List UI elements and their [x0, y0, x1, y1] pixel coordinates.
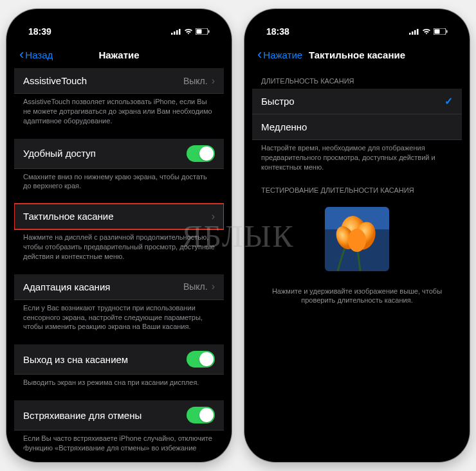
svg-rect-5 — [197, 30, 202, 34]
screen-right: 18:38 ‹ Нажатие Тактильное касание Д — [252, 17, 462, 454]
back-label: Назад — [25, 49, 53, 60]
cell-label: Встряхивание для отмены — [23, 410, 142, 421]
cell-shake-to-undo[interactable]: Встряхивание для отмены — [14, 400, 224, 431]
signal-icon — [171, 28, 181, 35]
back-label: Нажатие — [263, 49, 302, 60]
svg-rect-3 — [179, 29, 181, 35]
page-title: Тактильное касание — [309, 49, 405, 60]
battery-icon — [196, 28, 210, 35]
toggle-shake-to-undo[interactable] — [187, 407, 215, 423]
svg-rect-0 — [171, 33, 173, 35]
cell-label: Медленно — [261, 121, 307, 132]
back-button[interactable]: ‹ Нажатие — [257, 48, 302, 62]
toggle-reachability[interactable] — [187, 145, 215, 162]
footer-text: Если у Вас возникают трудности при испол… — [14, 300, 224, 337]
battery-icon — [434, 28, 448, 35]
svg-rect-2 — [176, 30, 178, 35]
checkmark-icon: ✓ — [444, 95, 453, 107]
cell-label: AssistiveTouch — [23, 75, 87, 86]
cell-option-fast[interactable]: Быстро ✓ — [252, 89, 462, 114]
cell-value: Выкл. — [183, 76, 208, 86]
nav-bar: ‹ Назад Нажатие — [14, 41, 224, 68]
svg-rect-10 — [417, 29, 419, 35]
chevron-right-icon: › — [212, 281, 215, 292]
cell-reachability[interactable]: Удобный доступ — [14, 139, 224, 169]
test-image[interactable] — [325, 207, 389, 271]
phone-frame-right: 18:38 ‹ Нажатие Тактильное касание Д — [244, 9, 470, 462]
cell-haptic-touch[interactable]: Тактильное касание › — [14, 204, 224, 229]
flower-icon — [325, 207, 389, 271]
phone-frame-left: 18:39 ‹ Назад Нажатие — [6, 9, 232, 462]
settings-list[interactable]: ДЛИТЕЛЬНОСТЬ КАСАНИЯ Быстро ✓ Медленно Н… — [252, 68, 462, 454]
page-title: Нажатие — [98, 49, 139, 60]
status-icons — [409, 28, 448, 35]
svg-rect-6 — [208, 30, 210, 33]
status-time: 18:39 — [28, 26, 51, 37]
cell-value: Выкл. — [183, 281, 208, 292]
svg-point-17 — [348, 229, 366, 252]
cell-tap-to-wake[interactable]: Выход из сна касанием — [14, 344, 224, 375]
section-header-test: ТЕСТИРОВАНИЕ ДЛИТЕЛЬНОСТИ КАСАНИЯ — [252, 177, 462, 198]
signal-icon — [409, 28, 419, 35]
settings-list[interactable]: AssistiveTouch Выкл. › AssistiveTouch по… — [14, 68, 224, 454]
back-button[interactable]: ‹ Назад — [19, 48, 53, 62]
test-caption: Нажмите и удерживайте изображение выше, … — [252, 278, 462, 306]
cell-touch-accommodations[interactable]: Адаптация касания Выкл. › — [14, 274, 224, 300]
chevron-right-icon: › — [212, 211, 215, 222]
test-area — [252, 198, 462, 278]
footer-text: Настройте время, необходимое для отображ… — [252, 140, 462, 177]
notch — [71, 9, 167, 24]
footer-text: Смахните вниз по нижнему краю экрана, чт… — [14, 169, 224, 197]
cell-assistive-touch[interactable]: AssistiveTouch Выкл. › — [14, 68, 224, 94]
toggle-tap-to-wake[interactable] — [187, 351, 215, 368]
cell-label: Выход из сна касанием — [23, 354, 128, 365]
nav-bar: ‹ Нажатие Тактильное касание — [252, 41, 462, 68]
chevron-left-icon: ‹ — [19, 48, 24, 62]
svg-rect-7 — [409, 33, 411, 35]
status-icons — [171, 28, 210, 35]
svg-rect-12 — [435, 30, 440, 34]
screen-left: 18:39 ‹ Назад Нажатие — [14, 17, 224, 454]
status-time: 18:38 — [266, 26, 289, 37]
footer-text: Если Вы часто встряхиваете iPhone случай… — [14, 431, 224, 454]
svg-rect-13 — [446, 30, 448, 33]
chevron-left-icon: ‹ — [257, 48, 262, 62]
cell-label: Тактильное касание — [23, 211, 114, 222]
footer-text: AssistiveTouch позволяет использовать iP… — [14, 94, 224, 131]
svg-rect-9 — [414, 30, 416, 35]
cell-label: Адаптация касания — [23, 281, 110, 292]
cell-option-slow[interactable]: Медленно — [252, 114, 462, 140]
notch — [309, 9, 405, 24]
footer-text: Выводить экран из режима сна при касании… — [14, 375, 224, 393]
chevron-right-icon: › — [212, 75, 215, 87]
cell-label: Быстро — [261, 96, 295, 107]
wifi-icon — [184, 28, 193, 35]
cell-label: Удобный доступ — [23, 148, 96, 159]
svg-rect-1 — [174, 31, 176, 35]
footer-text: Нажмите на дисплей с различной продолжит… — [14, 229, 224, 267]
svg-rect-8 — [412, 31, 414, 35]
section-header-duration: ДЛИТЕЛЬНОСТЬ КАСАНИЯ — [252, 68, 462, 89]
wifi-icon — [422, 28, 431, 35]
